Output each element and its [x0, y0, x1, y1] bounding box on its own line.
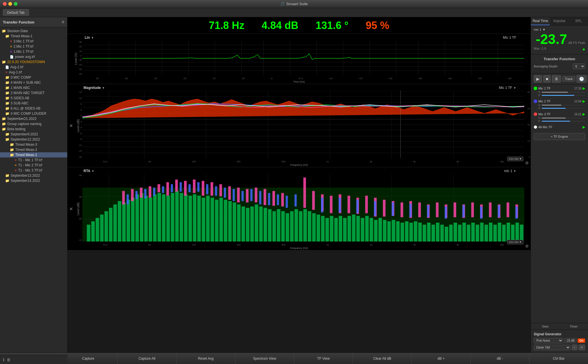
- minimize-button[interactable]: [8, 2, 12, 6]
- play-button[interactable]: ▶: [534, 75, 542, 83]
- tf-averaging-select[interactable]: 6 4 8 12: [573, 63, 585, 69]
- rta-close-icon[interactable]: ✕: [69, 206, 73, 211]
- clock-icon-btn[interactable]: 🕐: [577, 75, 587, 83]
- pause-button[interactable]: ⏸: [552, 75, 561, 83]
- sidebar-item-t1mic3[interactable]: ✕ T1 - Mic 3 TF.trf: [0, 168, 67, 173]
- svg-rect-73: [171, 193, 174, 242]
- magnitude-dropdown-icon[interactable]: ▼: [102, 86, 105, 89]
- rta-dropdown-icon[interactable]: ▼: [92, 170, 94, 173]
- rta-mic-dropdown[interactable]: ▼: [513, 170, 516, 173]
- sidebar-item-0miccomplouder[interactable]: 📁 0 MIC COMP LOUDER: [0, 111, 67, 116]
- sidebar-item-6all[interactable]: 📁 6 ALL @ SIDES AB: [0, 106, 67, 111]
- sidebar-item-timedmeas1-selected[interactable]: 📁 Timed Meas-1: [0, 152, 67, 157]
- stop-button[interactable]: ■: [543, 75, 551, 83]
- sg-minus-button[interactable]: -: [572, 344, 577, 350]
- svg-rect-211: [250, 189, 253, 201]
- rta-settings-icon[interactable]: ⚙: [525, 244, 529, 248]
- toolbar-dbminus[interactable]: dB -: [471, 353, 529, 364]
- sg-dante-select[interactable]: Dante 7&8 Dante 1&2: [534, 345, 570, 350]
- toolbar-ctrlbar[interactable]: Ctrl Bar: [529, 353, 588, 364]
- sg-on-button[interactable]: On: [578, 338, 585, 343]
- timer-button[interactable]: Timer: [560, 323, 588, 330]
- sidebar-item-1mic[interactable]: ✕ 1.Mic 1 TF.trf: [0, 49, 67, 54]
- svg-rect-215: [286, 196, 288, 208]
- rta-octave-btn[interactable]: 1/12 Oct ▼: [507, 240, 523, 244]
- file-icon: ✕: [10, 45, 12, 48]
- sidebar-item-5sides[interactable]: 📁 5 SIDES AB: [0, 96, 67, 101]
- track-button[interactable]: Track: [562, 76, 575, 82]
- sg-title: Signal Generator: [534, 332, 585, 336]
- magnitude-close-icon[interactable]: ✕: [69, 123, 73, 128]
- tab-spl[interactable]: SPL: [569, 17, 588, 25]
- sidebar-item-4main[interactable]: 📁 4 MAIN + SUB ABC: [0, 80, 67, 85]
- sidebar-item-sep9[interactable]: 📁 September9.2022: [0, 132, 67, 137]
- svg-rect-212: [259, 191, 262, 205]
- sidebar-item-1main[interactable]: 📁 1 MAIN ABC: [0, 85, 67, 90]
- sidebar-item-groupcapture[interactable]: 📁 Group capture naming: [0, 121, 67, 126]
- toolbar-capture[interactable]: Capture: [59, 353, 118, 364]
- maximize-button[interactable]: [14, 2, 18, 6]
- toolbar-clearalldB[interactable]: Clear All dB: [353, 353, 412, 364]
- magnitude-octave[interactable]: 1/12 Oct ▼: [507, 156, 523, 161]
- sidebar-item-timedmeas3[interactable]: 📁 Timed Meas-3: [0, 142, 67, 147]
- sg-plus-button[interactable]: +: [579, 344, 585, 350]
- sidebar-item-3mic[interactable]: ✕ 3.Mic 1 TF.trf: [0, 39, 67, 44]
- toolbar-tfview[interactable]: TF View: [294, 353, 353, 364]
- sidebar-item-beta[interactable]: 📁 Beta testing: [0, 126, 67, 132]
- allmic-play[interactable]: ▶: [583, 125, 585, 129]
- sidebar-item-avg2[interactable]: 📄 Avg-2.trf: [0, 65, 67, 70]
- magnitude-settings-icon[interactable]: ⚙: [525, 161, 529, 165]
- rta-y-axis: -36 -48 -60 -72: [76, 174, 82, 242]
- tab-impulse[interactable]: Impulse: [550, 17, 569, 25]
- add-tf-engine-button[interactable]: + TF Engine: [534, 133, 585, 140]
- svg-rect-221: [392, 203, 394, 216]
- view-button[interactable]: View: [531, 323, 560, 330]
- sg-noise-select[interactable]: Pink Noise White Noise Sine: [534, 338, 563, 343]
- svg-rect-72: [166, 196, 170, 242]
- sidebar-item-sep13[interactable]: 📁 September13.2022: [0, 173, 67, 178]
- window-controls[interactable]: [3, 2, 18, 6]
- sidebar-item-0miccomp[interactable]: 📁 0 MIC COMP: [0, 75, 67, 80]
- toolbar-spectrumview[interactable]: Spectrum View: [235, 353, 294, 364]
- sidebar-item-session-data[interactable]: 📁 Session Data: [0, 28, 67, 34]
- meter-selector[interactable]: mic 1 ▼: [534, 28, 546, 31]
- toolbar-dbplus[interactable]: dB +: [412, 353, 471, 364]
- mic2-play[interactable]: ▶: [583, 99, 585, 103]
- svg-rect-140: [467, 225, 470, 242]
- sidebar-item-t1mic2[interactable]: ✕ T1 - Mic 2 TF.trf: [0, 163, 67, 168]
- rta-octave[interactable]: 1/12 Oct ▼: [507, 240, 523, 244]
- sidebar-item-poweravg[interactable]: 📄 power avg.trf: [0, 54, 67, 59]
- sidebar-item-youngstown[interactable]: 📁 22.9.20 YOUNGSTOWN: [0, 59, 67, 65]
- svg-rect-208: [224, 188, 226, 198]
- sidebar-item-avg1[interactable]: ✕ Avg-1.trf: [0, 70, 67, 75]
- tabbar: Default Tab: [0, 8, 588, 17]
- sidebar-item-2mic[interactable]: ✕ 2.Mic 1 TF.trf: [0, 44, 67, 49]
- sidebar-item-timed-meas-1-top[interactable]: 📁 Timed Meas-1: [0, 34, 67, 39]
- sidebar-item-t1mic1[interactable]: ✕ T1 - Mic 1 TF.trf: [0, 157, 67, 163]
- sidebar-header: Transfer Function ≡: [0, 17, 67, 27]
- toolbar-resetavg[interactable]: Reset Avg: [177, 353, 235, 364]
- sidebar-item-sep12[interactable]: 📁 September12.2022: [0, 137, 67, 142]
- impulse-dropdown-icon[interactable]: ▼: [91, 36, 94, 39]
- bar-m-label: M: [538, 104, 541, 106]
- magnitude-octave-btn[interactable]: 1/12 Oct ▼: [507, 157, 523, 161]
- svg-rect-144: [484, 225, 488, 242]
- toolbar-captureall[interactable]: Capture All: [118, 353, 177, 364]
- sidebar-item-sep21[interactable]: 📁 September21.2022: [0, 116, 67, 121]
- default-tab[interactable]: Default Tab: [3, 9, 29, 16]
- mic1-play[interactable]: ▶: [583, 86, 585, 90]
- sidebar-item-sep14[interactable]: 📁 September14.2022: [0, 178, 67, 183]
- close-button[interactable]: [3, 2, 7, 6]
- mic3-play[interactable]: ▶: [583, 112, 585, 116]
- magnitude-mic-dropdown[interactable]: ▼: [513, 86, 516, 89]
- tf-averaging-row: Averaging Depth: 6 4 8 12: [534, 63, 585, 69]
- folder-icon: 📁: [2, 29, 6, 33]
- impulse-x-label: Time (ms): [293, 80, 305, 83]
- sidebar-item-2main[interactable]: 📁 2 MAIN ABC TARGET: [0, 90, 67, 96]
- sidebar-menu-icon[interactable]: ≡: [62, 20, 64, 25]
- folder-icon: 📁: [5, 75, 9, 79]
- sidebar-item-3sub[interactable]: 📁 3 SUB ABC: [0, 101, 67, 106]
- magnitude-canvas: [82, 91, 524, 158]
- tab-realtime[interactable]: Real Time: [531, 17, 550, 25]
- sidebar-item-timedmeas2[interactable]: 📁 Timed Meas-2: [0, 147, 67, 152]
